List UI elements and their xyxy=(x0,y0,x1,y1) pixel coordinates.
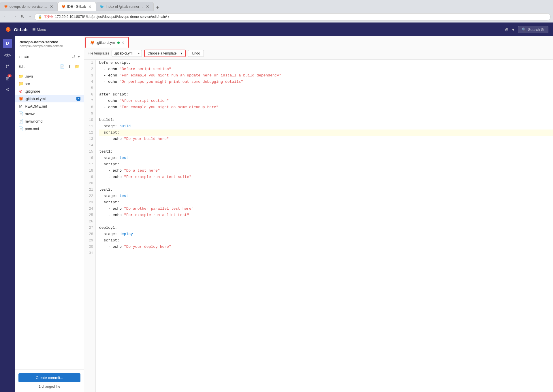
new-file-button[interactable]: 📄 xyxy=(59,64,66,69)
code-line-16[interactable]: stage: test xyxy=(99,155,553,161)
reload-button[interactable]: ↻ xyxy=(20,13,26,21)
branch-dropdown-button[interactable]: ▾ xyxy=(77,54,80,59)
code-line-25[interactable]: - echo "For example run a lint test" xyxy=(99,212,553,218)
template-type-select[interactable]: .gitlab-ci.yml xyxy=(112,50,142,57)
code-line-17[interactable]: script: xyxy=(99,161,553,168)
sidebar-bottom: Create commit... 1 changed file xyxy=(15,370,84,392)
code-line-22[interactable]: stage: test xyxy=(99,193,553,199)
new-folder-button[interactable]: 📁 xyxy=(74,64,80,69)
code-line-9[interactable] xyxy=(99,110,553,117)
code-content[interactable]: before_script: - echo "Before script sec… xyxy=(96,60,553,392)
editor-tab-favicon: 🦊 xyxy=(90,40,95,45)
code-line-23[interactable]: script: xyxy=(99,199,553,206)
gitlab-logo[interactable]: GitLab xyxy=(5,26,28,33)
plus-icon[interactable]: ⊕ xyxy=(505,27,509,32)
code-line-7[interactable]: - echo "After script section" xyxy=(99,98,553,104)
line-number-18: 18 xyxy=(84,168,95,174)
code-line-14[interactable] xyxy=(99,142,553,149)
file-item-readme[interactable]: M README.md xyxy=(15,102,84,110)
create-commit-button[interactable]: Create commit... xyxy=(18,373,80,382)
line-number-26: 26 xyxy=(84,218,95,225)
folder-icon: 📁 xyxy=(18,74,23,78)
sidebar-item-source-control[interactable] xyxy=(2,62,13,72)
code-line-13[interactable]: - echo "Do your build here" xyxy=(99,136,553,142)
edit-bar: Edit 📄 ⬆ 📁 xyxy=(15,62,84,71)
code-line-10[interactable]: build1: xyxy=(99,117,553,123)
code-line-1[interactable]: before_script: xyxy=(99,60,553,66)
mvnw-icon: 📄 xyxy=(18,111,23,116)
sidebar-item-extensions[interactable]: ⊞ 1 xyxy=(2,73,13,84)
file-item-gitlabci[interactable]: 🦊 .gitlab-ci.yml + xyxy=(15,95,84,102)
branch-label: main xyxy=(22,55,29,59)
url-box[interactable]: 🔒 不安全 172.29.9.101:8076/-/ide/project/de… xyxy=(34,13,551,20)
search-box[interactable]: 🔍 Search Gi xyxy=(518,26,548,33)
code-line-5[interactable] xyxy=(99,85,553,91)
file-item-mvnwcmd[interactable]: 📄 mvnw.cmd xyxy=(15,117,84,125)
merge-icon-button[interactable]: ⇄ xyxy=(72,54,76,59)
code-line-27[interactable]: deploy1: xyxy=(99,225,553,231)
code-line-19[interactable]: - echo "For example run a test suite" xyxy=(99,174,553,180)
new-tab-button[interactable]: + xyxy=(154,5,161,11)
tab-close-3[interactable]: ✕ xyxy=(145,5,150,9)
code-line-3[interactable]: - echo "For example you might run an upd… xyxy=(99,72,553,79)
code-line-24[interactable]: - echo "Do another parallel test here" xyxy=(99,206,553,212)
menu-button[interactable]: ☰ Menu xyxy=(32,27,46,32)
line-number-19: 19 xyxy=(84,174,95,180)
code-line-4[interactable]: - echo "Or perhaps you might print out s… xyxy=(99,79,553,85)
editor-tab-title: .gitlab-ci.yml xyxy=(96,41,116,45)
line-number-31: 31 xyxy=(84,250,95,256)
choose-template-button[interactable]: Choose a template... ▾ xyxy=(144,50,186,57)
line-number-1: 1 xyxy=(84,60,95,66)
code-line-8[interactable]: - echo "For example you might do some cl… xyxy=(99,104,553,110)
code-line-11[interactable]: stage: build xyxy=(99,123,553,130)
folder-icon-src: 📁 xyxy=(18,81,23,86)
file-item-mvnw[interactable]: 📄 mvnw xyxy=(15,110,84,117)
tab-close-1[interactable]: ✕ xyxy=(49,5,54,9)
sidebar-item-code[interactable]: </> xyxy=(2,50,13,61)
line-numbers: 1234567891011121314151617181920212223242… xyxy=(84,60,96,392)
gitlab-logo-icon xyxy=(5,26,12,33)
line-number-17: 17 xyxy=(84,161,95,168)
choose-template-label: Choose a template... xyxy=(148,51,180,55)
sidebar-item-settings[interactable] xyxy=(2,85,13,95)
choose-template-chevron: ▾ xyxy=(180,51,182,55)
file-item-pomxml[interactable]: 📄 pom.xml xyxy=(15,125,84,132)
chevron-down-icon[interactable]: ▾ xyxy=(512,27,514,32)
code-line-6[interactable]: after_script: xyxy=(99,91,553,98)
editor-tab-close[interactable]: ✕ xyxy=(121,41,124,45)
line-number-23: 23 xyxy=(84,199,95,206)
file-item-mvn[interactable]: 📁 .mvn xyxy=(15,72,84,80)
code-line-2[interactable]: - echo "Before script section" xyxy=(99,66,553,72)
code-line-18[interactable]: - echo "Do a test here" xyxy=(99,168,553,174)
tab-close-2[interactable]: ✕ xyxy=(88,5,92,9)
upload-button[interactable]: ⬆ xyxy=(67,64,72,69)
user-avatar[interactable]: D xyxy=(3,39,12,48)
code-line-28[interactable]: stage: deploy xyxy=(99,231,553,237)
file-item-src[interactable]: 📁 src xyxy=(15,80,84,87)
file-item-gitignore[interactable]: ⊘ .gitignore xyxy=(15,87,84,95)
code-editor[interactable]: 1234567891011121314151617181920212223242… xyxy=(84,60,553,392)
browser-tab-1[interactable]: 🦊 devops-demo-service [Jenkins ✕ xyxy=(0,2,58,11)
file-name-mvnwcmd: mvnw.cmd xyxy=(25,119,80,123)
code-line-20[interactable] xyxy=(99,180,553,187)
code-line-30[interactable]: - echo "Do your deploy here" xyxy=(99,244,553,250)
security-icon: 🔒 xyxy=(38,15,42,19)
svg-point-1 xyxy=(6,67,7,68)
svg-point-4 xyxy=(8,88,9,89)
branch-actions: ⇄ ▾ xyxy=(72,54,80,59)
code-line-12[interactable]: script: xyxy=(99,130,553,136)
template-type-select-wrapper[interactable]: .gitlab-ci.yml xyxy=(112,50,142,57)
code-line-15[interactable]: test1: xyxy=(99,149,553,155)
home-button[interactable]: ⌂ xyxy=(27,13,33,20)
back-button[interactable]: ← xyxy=(2,13,9,20)
code-line-31[interactable] xyxy=(99,250,553,256)
line-number-20: 20 xyxy=(84,180,95,187)
forward-button[interactable]: → xyxy=(11,13,18,20)
code-line-26[interactable] xyxy=(99,218,553,225)
code-line-21[interactable]: test2: xyxy=(99,187,553,193)
browser-tab-3[interactable]: 🐦 Index of /gitlab-runner/yum/ ✕ xyxy=(96,2,154,11)
editor-tab-gitlabci[interactable]: 🦊 .gitlab-ci.yml ✕ xyxy=(85,37,129,48)
code-line-29[interactable]: script: xyxy=(99,237,553,244)
browser-tab-2[interactable]: 🦊 IDE · GitLab ✕ xyxy=(58,2,96,11)
undo-button[interactable]: Undo xyxy=(188,50,204,57)
